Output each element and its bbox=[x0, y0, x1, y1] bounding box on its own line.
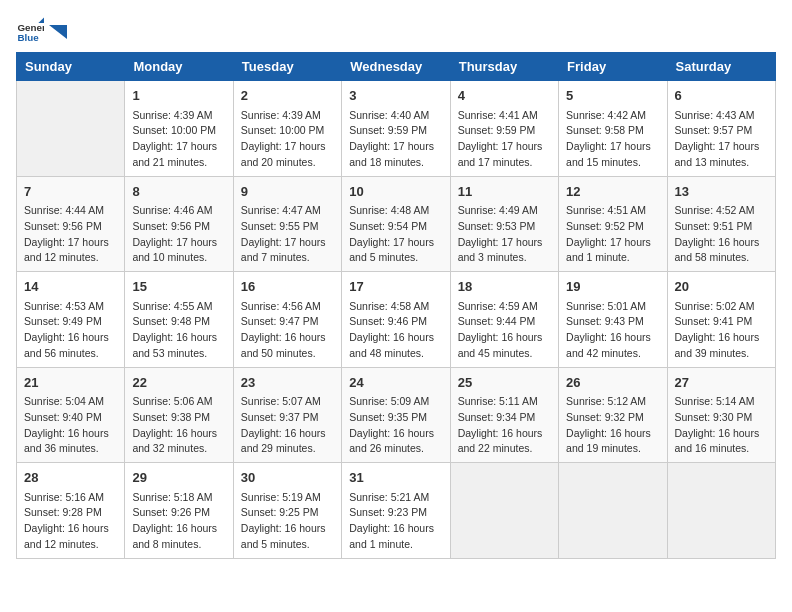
day-info: Sunrise: 4:58 AMSunset: 9:46 PMDaylight:… bbox=[349, 299, 442, 362]
calendar-cell: 18Sunrise: 4:59 AMSunset: 9:44 PMDayligh… bbox=[450, 272, 558, 368]
day-info: Sunrise: 5:11 AMSunset: 9:34 PMDaylight:… bbox=[458, 394, 551, 457]
day-info: Sunrise: 5:02 AMSunset: 9:41 PMDaylight:… bbox=[675, 299, 768, 362]
day-number: 13 bbox=[675, 182, 768, 202]
day-number: 21 bbox=[24, 373, 117, 393]
day-number: 17 bbox=[349, 277, 442, 297]
day-number: 26 bbox=[566, 373, 659, 393]
day-info: Sunrise: 5:06 AMSunset: 9:38 PMDaylight:… bbox=[132, 394, 225, 457]
day-header-tuesday: Tuesday bbox=[233, 53, 341, 81]
day-info: Sunrise: 5:14 AMSunset: 9:30 PMDaylight:… bbox=[675, 394, 768, 457]
day-info: Sunrise: 4:55 AMSunset: 9:48 PMDaylight:… bbox=[132, 299, 225, 362]
day-info: Sunrise: 5:04 AMSunset: 9:40 PMDaylight:… bbox=[24, 394, 117, 457]
day-header-saturday: Saturday bbox=[667, 53, 775, 81]
day-number: 9 bbox=[241, 182, 334, 202]
day-info: Sunrise: 4:49 AMSunset: 9:53 PMDaylight:… bbox=[458, 203, 551, 266]
day-info: Sunrise: 4:53 AMSunset: 9:49 PMDaylight:… bbox=[24, 299, 117, 362]
day-number: 7 bbox=[24, 182, 117, 202]
day-number: 31 bbox=[349, 468, 442, 488]
calendar-cell: 23Sunrise: 5:07 AMSunset: 9:37 PMDayligh… bbox=[233, 367, 341, 463]
calendar-cell: 29Sunrise: 5:18 AMSunset: 9:26 PMDayligh… bbox=[125, 463, 233, 559]
calendar-cell: 20Sunrise: 5:02 AMSunset: 9:41 PMDayligh… bbox=[667, 272, 775, 368]
calendar-week-2: 7Sunrise: 4:44 AMSunset: 9:56 PMDaylight… bbox=[17, 176, 776, 272]
day-info: Sunrise: 4:39 AMSunset: 10:00 PMDaylight… bbox=[241, 108, 334, 171]
day-info: Sunrise: 5:07 AMSunset: 9:37 PMDaylight:… bbox=[241, 394, 334, 457]
day-number: 19 bbox=[566, 277, 659, 297]
calendar-cell: 13Sunrise: 4:52 AMSunset: 9:51 PMDayligh… bbox=[667, 176, 775, 272]
svg-text:Blue: Blue bbox=[17, 32, 39, 43]
svg-marker-2 bbox=[38, 17, 44, 23]
day-number: 30 bbox=[241, 468, 334, 488]
calendar-cell: 11Sunrise: 4:49 AMSunset: 9:53 PMDayligh… bbox=[450, 176, 558, 272]
day-number: 5 bbox=[566, 86, 659, 106]
calendar-body: 1Sunrise: 4:39 AMSunset: 10:00 PMDayligh… bbox=[17, 81, 776, 559]
day-number: 4 bbox=[458, 86, 551, 106]
calendar-cell: 31Sunrise: 5:21 AMSunset: 9:23 PMDayligh… bbox=[342, 463, 450, 559]
day-number: 18 bbox=[458, 277, 551, 297]
logo: General Blue bbox=[16, 16, 68, 44]
calendar-week-4: 21Sunrise: 5:04 AMSunset: 9:40 PMDayligh… bbox=[17, 367, 776, 463]
day-info: Sunrise: 5:18 AMSunset: 9:26 PMDaylight:… bbox=[132, 490, 225, 553]
day-info: Sunrise: 4:42 AMSunset: 9:58 PMDaylight:… bbox=[566, 108, 659, 171]
calendar-cell: 15Sunrise: 4:55 AMSunset: 9:48 PMDayligh… bbox=[125, 272, 233, 368]
day-number: 6 bbox=[675, 86, 768, 106]
calendar-cell: 3Sunrise: 4:40 AMSunset: 9:59 PMDaylight… bbox=[342, 81, 450, 177]
calendar-header: SundayMondayTuesdayWednesdayThursdayFrid… bbox=[17, 53, 776, 81]
calendar-cell: 24Sunrise: 5:09 AMSunset: 9:35 PMDayligh… bbox=[342, 367, 450, 463]
day-number: 23 bbox=[241, 373, 334, 393]
calendar-cell: 10Sunrise: 4:48 AMSunset: 9:54 PMDayligh… bbox=[342, 176, 450, 272]
calendar-cell: 9Sunrise: 4:47 AMSunset: 9:55 PMDaylight… bbox=[233, 176, 341, 272]
day-info: Sunrise: 4:52 AMSunset: 9:51 PMDaylight:… bbox=[675, 203, 768, 266]
day-number: 25 bbox=[458, 373, 551, 393]
calendar-cell: 5Sunrise: 4:42 AMSunset: 9:58 PMDaylight… bbox=[559, 81, 667, 177]
calendar-cell: 22Sunrise: 5:06 AMSunset: 9:38 PMDayligh… bbox=[125, 367, 233, 463]
day-info: Sunrise: 4:46 AMSunset: 9:56 PMDaylight:… bbox=[132, 203, 225, 266]
day-number: 28 bbox=[24, 468, 117, 488]
day-info: Sunrise: 5:01 AMSunset: 9:43 PMDaylight:… bbox=[566, 299, 659, 362]
day-number: 12 bbox=[566, 182, 659, 202]
day-number: 24 bbox=[349, 373, 442, 393]
day-number: 10 bbox=[349, 182, 442, 202]
calendar-cell: 19Sunrise: 5:01 AMSunset: 9:43 PMDayligh… bbox=[559, 272, 667, 368]
calendar-cell: 6Sunrise: 4:43 AMSunset: 9:57 PMDaylight… bbox=[667, 81, 775, 177]
day-info: Sunrise: 4:41 AMSunset: 9:59 PMDaylight:… bbox=[458, 108, 551, 171]
calendar-week-1: 1Sunrise: 4:39 AMSunset: 10:00 PMDayligh… bbox=[17, 81, 776, 177]
calendar-cell: 2Sunrise: 4:39 AMSunset: 10:00 PMDayligh… bbox=[233, 81, 341, 177]
day-info: Sunrise: 4:39 AMSunset: 10:00 PMDaylight… bbox=[132, 108, 225, 171]
day-number: 3 bbox=[349, 86, 442, 106]
calendar-cell bbox=[559, 463, 667, 559]
day-info: Sunrise: 5:16 AMSunset: 9:28 PMDaylight:… bbox=[24, 490, 117, 553]
day-number: 20 bbox=[675, 277, 768, 297]
day-number: 29 bbox=[132, 468, 225, 488]
calendar-cell: 7Sunrise: 4:44 AMSunset: 9:56 PMDaylight… bbox=[17, 176, 125, 272]
logo-icon: General Blue bbox=[16, 16, 44, 44]
calendar-week-5: 28Sunrise: 5:16 AMSunset: 9:28 PMDayligh… bbox=[17, 463, 776, 559]
day-header-thursday: Thursday bbox=[450, 53, 558, 81]
calendar-cell: 12Sunrise: 4:51 AMSunset: 9:52 PMDayligh… bbox=[559, 176, 667, 272]
calendar-cell: 16Sunrise: 4:56 AMSunset: 9:47 PMDayligh… bbox=[233, 272, 341, 368]
calendar-cell: 4Sunrise: 4:41 AMSunset: 9:59 PMDaylight… bbox=[450, 81, 558, 177]
day-number: 1 bbox=[132, 86, 225, 106]
day-info: Sunrise: 4:47 AMSunset: 9:55 PMDaylight:… bbox=[241, 203, 334, 266]
day-info: Sunrise: 5:19 AMSunset: 9:25 PMDaylight:… bbox=[241, 490, 334, 553]
day-number: 2 bbox=[241, 86, 334, 106]
calendar-cell: 28Sunrise: 5:16 AMSunset: 9:28 PMDayligh… bbox=[17, 463, 125, 559]
day-info: Sunrise: 4:44 AMSunset: 9:56 PMDaylight:… bbox=[24, 203, 117, 266]
day-info: Sunrise: 5:12 AMSunset: 9:32 PMDaylight:… bbox=[566, 394, 659, 457]
day-info: Sunrise: 4:59 AMSunset: 9:44 PMDaylight:… bbox=[458, 299, 551, 362]
day-info: Sunrise: 5:21 AMSunset: 9:23 PMDaylight:… bbox=[349, 490, 442, 553]
day-info: Sunrise: 4:48 AMSunset: 9:54 PMDaylight:… bbox=[349, 203, 442, 266]
day-header-friday: Friday bbox=[559, 53, 667, 81]
calendar-cell: 21Sunrise: 5:04 AMSunset: 9:40 PMDayligh… bbox=[17, 367, 125, 463]
day-number: 14 bbox=[24, 277, 117, 297]
calendar-table: SundayMondayTuesdayWednesdayThursdayFrid… bbox=[16, 52, 776, 559]
calendar-week-3: 14Sunrise: 4:53 AMSunset: 9:49 PMDayligh… bbox=[17, 272, 776, 368]
day-number: 8 bbox=[132, 182, 225, 202]
calendar-cell bbox=[667, 463, 775, 559]
calendar-cell: 14Sunrise: 4:53 AMSunset: 9:49 PMDayligh… bbox=[17, 272, 125, 368]
day-info: Sunrise: 4:40 AMSunset: 9:59 PMDaylight:… bbox=[349, 108, 442, 171]
day-header-sunday: Sunday bbox=[17, 53, 125, 81]
calendar-cell: 26Sunrise: 5:12 AMSunset: 9:32 PMDayligh… bbox=[559, 367, 667, 463]
day-info: Sunrise: 4:43 AMSunset: 9:57 PMDaylight:… bbox=[675, 108, 768, 171]
calendar-cell: 27Sunrise: 5:14 AMSunset: 9:30 PMDayligh… bbox=[667, 367, 775, 463]
logo-arrow-icon bbox=[49, 25, 67, 39]
